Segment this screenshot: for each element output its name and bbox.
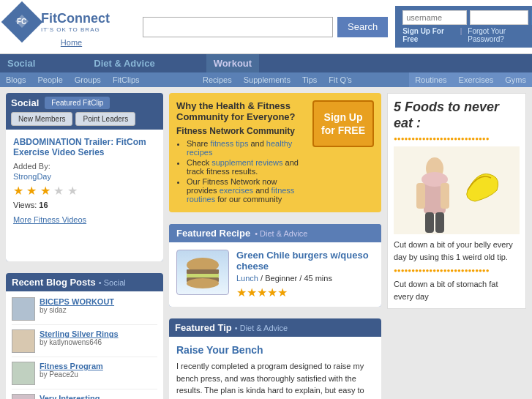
nav-label-workout[interactable]: Workout <box>206 54 259 72</box>
svg-text:FC: FC <box>17 18 26 26</box>
blog-header: Recent Blog Posts • Social <box>6 273 163 291</box>
blog-info-1: BICEPS WORKOUT by sidaz <box>40 297 114 314</box>
featured-recipe: Featured Recipe • Diet & Advice Green Ch… <box>169 224 381 307</box>
svg-rect-11 <box>441 183 449 209</box>
blog-subtitle: • Social <box>99 278 126 287</box>
fc-signup-button[interactable]: Sign Up for FREE <box>312 100 374 147</box>
nav-recipes[interactable]: Recipes <box>197 72 238 87</box>
star2: ★ <box>26 184 37 197</box>
video-added-by: Added By: <box>13 162 156 171</box>
blog-item-3: Fitness Program by Peace2u <box>12 362 157 389</box>
nav-gyms[interactable]: Gyms <box>499 72 532 87</box>
fc-bullet-3: Our Fitness Network now provides exercis… <box>187 177 305 204</box>
fc-bullet-1: Share fitness tips and healthy recipes <box>187 139 305 157</box>
tip-body: I recently completed a program designed … <box>176 360 374 399</box>
left-col: Social Featured FitClip New Members Poin… <box>6 93 163 399</box>
views-count: 16 <box>39 201 48 209</box>
recipe-details: Green Chile burgers w/queso cheese Lunch… <box>236 250 374 299</box>
recipe-subtitle: • Diet & Advice <box>255 229 307 238</box>
fc-title: Why the Health & Fitness Community for E… <box>176 100 305 122</box>
header: FC FitConnect IT'S OK TO BRAG Home Searc… <box>0 0 532 54</box>
blog-content: BICEPS WORKOUT by sidaz Sterling Silver … <box>6 291 163 399</box>
ad-box: 5 Foods to never eat : ●●●●●●●●●●●●●●●●●… <box>387 93 526 309</box>
main: Social Featured FitClip New Members Poin… <box>0 87 532 399</box>
fc-list: Share fitness tips and healthy recipes C… <box>176 139 305 204</box>
video-title[interactable]: ABDOMINATION Trailer: FitCom Exercise Vi… <box>13 137 156 157</box>
nav-row2: Blogs People Groups FitClips Recipes Sup… <box>0 72 532 87</box>
search-input[interactable] <box>143 17 333 37</box>
password-input[interactable] <box>470 10 528 25</box>
fc-subtitle: Fitness Network Community <box>176 126 305 136</box>
blog-item-title-1[interactable]: BICEPS WORKOUT <box>40 297 114 306</box>
ad-text: Cut down a bit of your belly every day b… <box>394 239 520 263</box>
nav-routines[interactable]: Routines <box>409 72 452 87</box>
blog-info-4: Very Interesting by ... <box>40 394 100 399</box>
tip-header: Featured Tip • Diet & Advice <box>169 318 381 337</box>
views-label: Views: <box>13 201 37 209</box>
nav-row1: Social Diet & Advice Workout <box>0 54 532 72</box>
logo-name: FitConnect <box>41 11 110 26</box>
nav-blogs[interactable]: Blogs <box>0 72 32 87</box>
blog-thumb-4 <box>12 394 35 399</box>
star3: ★ <box>40 184 50 197</box>
recipe-header: Featured Recipe • Diet & Advice <box>169 224 381 242</box>
nav-tips[interactable]: Tips <box>296 72 323 87</box>
ad-illustration <box>394 146 520 234</box>
signup-free-link[interactable]: Sign Up For Free <box>402 27 454 43</box>
blog-info-2: Sterling Silver Rings by katlynowens646 <box>40 329 119 346</box>
star5: ★ <box>67 184 78 197</box>
nav-supplements[interactable]: Supplements <box>238 72 296 87</box>
search-button[interactable]: Search <box>337 17 388 37</box>
recipe-time: 45 mins <box>304 274 332 283</box>
nav-label-diet[interactable]: Diet & Advice <box>86 54 162 72</box>
social-title: Social <box>11 97 39 108</box>
nav-label-social[interactable]: Social <box>0 54 42 72</box>
fc-bullet-2: Check supplement reviews and track fitne… <box>187 158 305 176</box>
recipe-name[interactable]: Green Chile burgers w/queso cheese <box>236 250 374 272</box>
nav-fitqs[interactable]: Fit Q's <box>323 72 357 87</box>
blog-thumb-2 <box>12 329 35 353</box>
svg-rect-12 <box>425 212 434 233</box>
star1: ★ <box>13 184 23 197</box>
social-header: Social Featured FitClip New Members Poin… <box>6 93 163 130</box>
nav-groups[interactable]: Groups <box>69 72 107 87</box>
login-sep: | <box>460 27 462 43</box>
social-box: Social Featured FitClip New Members Poin… <box>6 93 163 261</box>
logo-diamond-inner: FC <box>14 13 30 31</box>
nav-people[interactable]: People <box>32 72 69 87</box>
home-link[interactable]: Home <box>7 38 135 47</box>
blog-item-4: Very Interesting by ... <box>12 394 157 399</box>
tab-featured-fitclip[interactable]: Featured FitClip <box>45 97 110 109</box>
blog-item-title-2[interactable]: Sterling Silver Rings <box>40 329 119 338</box>
forgot-password-link[interactable]: Forgot Your Password? <box>468 27 532 43</box>
ad-text2: Cut down a bit of stomach fat every day <box>394 278 520 302</box>
tab-new-members[interactable]: New Members <box>11 112 72 126</box>
recipe-stars: ★★★★★ <box>236 286 374 299</box>
added-by-label: Added By: <box>13 162 50 171</box>
blog-info-3: Fitness Program by Peace2u <box>40 362 103 379</box>
logo-area: FC FitConnect IT'S OK TO BRAG Home <box>7 7 135 47</box>
video-author[interactable]: StrongDay <box>13 172 156 181</box>
recipe-category[interactable]: Lunch <box>236 274 258 283</box>
recipe-meta: Lunch / Beginner / 45 mins <box>236 274 374 283</box>
login-area: LOGIN Sign Up For Free | Forgot Your Pas… <box>395 6 532 48</box>
login-links-row: Sign Up For Free | Forgot Your Password? <box>402 27 532 43</box>
more-videos-link[interactable]: More Fitness Videos <box>13 215 156 224</box>
search-area: Search <box>135 17 395 37</box>
svg-rect-10 <box>416 183 425 209</box>
blog-box: Recent Blog Posts • Social BICEPS WORKOU… <box>6 273 163 399</box>
nav-fitclips[interactable]: FitClips <box>107 72 146 87</box>
blog-item-title-3[interactable]: Fitness Program <box>40 362 103 370</box>
tab-point-leaders[interactable]: Point Leaders <box>75 112 135 126</box>
svg-rect-13 <box>435 212 444 233</box>
blog-title: Recent Blog Posts <box>12 277 96 288</box>
ad-title: 5 Foods to never eat : <box>394 100 520 131</box>
blog-item-author-3: by Peace2u <box>40 370 103 379</box>
recipe-difficulty: Beginner <box>265 274 297 283</box>
blog-item-title-4[interactable]: Very Interesting <box>40 394 100 399</box>
nav-exercises[interactable]: Exercises <box>453 72 500 87</box>
username-input[interactable] <box>402 10 467 25</box>
logo-box: FC FitConnect IT'S OK TO BRAG <box>7 7 135 37</box>
logo-tagline: IT'S OK TO BRAG <box>41 26 110 33</box>
social-content: ABDOMINATION Trailer: FitCom Exercise Vi… <box>6 130 163 261</box>
